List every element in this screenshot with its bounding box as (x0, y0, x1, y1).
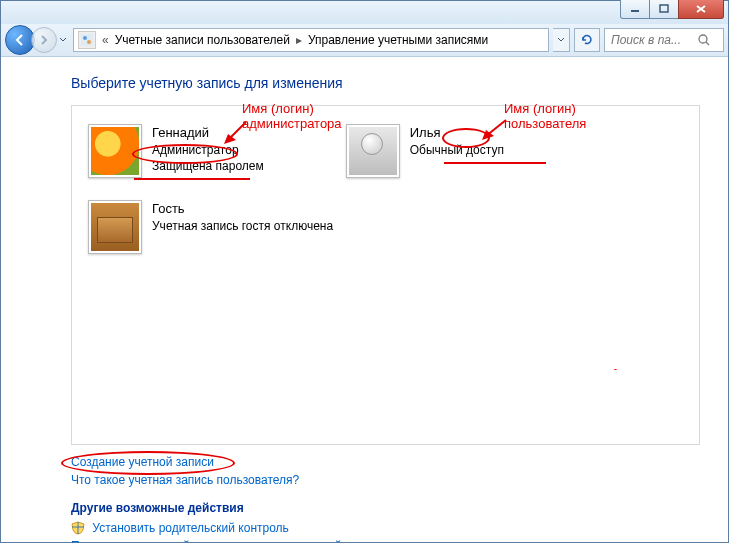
minimize-button[interactable] (620, 0, 650, 19)
account-row: Гость Учетная запись гостя отключена (88, 200, 683, 254)
search-input[interactable] (609, 32, 693, 48)
nav-buttons (5, 25, 69, 55)
svg-point-4 (87, 40, 91, 44)
create-account-link[interactable]: Создание учетной записи (71, 455, 214, 469)
annotation-underline (134, 178, 250, 180)
svg-point-5 (699, 35, 707, 43)
refresh-icon (580, 33, 594, 47)
chevron-right-icon: « (102, 33, 109, 47)
search-icon (697, 33, 711, 47)
flower-icon (91, 127, 139, 175)
account-role: Обычный доступ (410, 142, 504, 158)
svg-line-6 (706, 42, 709, 45)
account-name: Гость (152, 200, 333, 218)
goto-start-link[interactable]: Переход к начальной странице учетных зап… (71, 539, 341, 543)
content-area: Выберите учетную запись для изменения Им… (1, 57, 728, 543)
svg-rect-2 (81, 34, 93, 46)
parental-control-link[interactable]: Установить родительский контроль (92, 521, 289, 535)
avatar (346, 124, 400, 178)
svg-rect-1 (660, 5, 668, 12)
account-name: Илья (410, 124, 504, 142)
close-icon (695, 4, 707, 14)
forward-button[interactable] (31, 27, 57, 53)
account-info: Илья Обычный доступ (410, 124, 504, 158)
account-name: Геннадий (152, 124, 264, 142)
breadcrumb-item[interactable]: Управление учетными записями (308, 33, 488, 47)
robot-icon (349, 127, 397, 175)
account-role: Администратор (152, 142, 264, 158)
chevron-right-icon: ▸ (296, 33, 302, 47)
avatar (88, 124, 142, 178)
arrow-left-icon (13, 33, 27, 47)
titlebar (1, 1, 728, 24)
history-dropdown[interactable] (57, 28, 69, 52)
svg-rect-0 (631, 10, 639, 12)
control-panel-icon (78, 31, 96, 49)
close-button[interactable] (678, 0, 724, 19)
refresh-button[interactable] (574, 28, 600, 52)
account-guest[interactable]: Гость Учетная запись гостя отключена (88, 200, 333, 254)
account-info: Геннадий Администратор Защищена паролем (152, 124, 264, 174)
annotation-mark: - (614, 363, 617, 374)
shield-icon (71, 521, 85, 535)
breadcrumb-item[interactable]: Учетные записи пользователей (115, 33, 290, 47)
arrow-right-icon (39, 35, 49, 45)
search-box[interactable] (604, 28, 724, 52)
accounts-panel: Имя (логин)администратора Имя (логин)пол… (71, 105, 700, 445)
address-dropdown[interactable] (553, 28, 570, 52)
account-status: Защищена паролем (152, 158, 264, 174)
page-title: Выберите учетную запись для изменения (71, 75, 700, 91)
address-bar[interactable]: « Учетные записи пользователей ▸ Управле… (73, 28, 549, 52)
window: « Учетные записи пользователей ▸ Управле… (0, 0, 729, 543)
chevron-down-icon (59, 37, 67, 43)
other-actions-title: Другие возможные действия (71, 501, 700, 515)
window-controls (621, 0, 724, 19)
suitcase-icon (91, 203, 139, 251)
links-section: Создание учетной записи Что такое учетна… (71, 455, 700, 543)
account-gennady[interactable]: Геннадий Администратор Защищена паролем (88, 124, 264, 178)
maximize-icon (659, 4, 669, 14)
account-ilya[interactable]: Илья Обычный доступ (346, 124, 504, 178)
account-row: Геннадий Администратор Защищена паролем … (88, 124, 683, 178)
account-role: Учетная запись гостя отключена (152, 218, 333, 234)
avatar (88, 200, 142, 254)
account-info: Гость Учетная запись гостя отключена (152, 200, 333, 234)
what-is-account-link[interactable]: Что такое учетная запись пользователя? (71, 473, 299, 487)
nav-row: « Учетные записи пользователей ▸ Управле… (1, 24, 728, 57)
minimize-icon (630, 4, 640, 14)
maximize-button[interactable] (649, 0, 679, 19)
chevron-down-icon (557, 37, 565, 43)
svg-point-3 (83, 36, 87, 40)
